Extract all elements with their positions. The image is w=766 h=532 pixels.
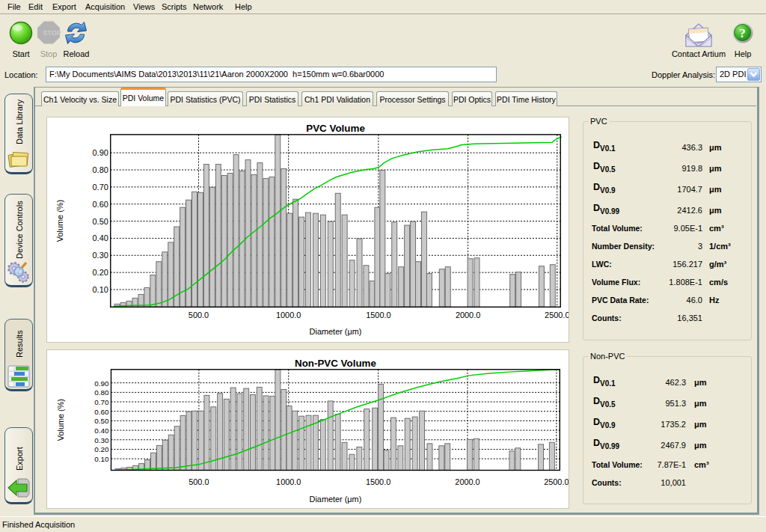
svg-text:0.90: 0.90	[94, 379, 109, 388]
svg-text:1000.0: 1000.0	[276, 311, 301, 319]
svg-text:STOP: STOP	[43, 29, 61, 37]
svg-text:Volume (%): Volume (%)	[56, 399, 65, 441]
svg-text:2000.0: 2000.0	[456, 311, 480, 319]
svg-text:0.40: 0.40	[93, 233, 108, 242]
svg-text:1500.0: 1500.0	[366, 477, 390, 486]
svg-text:Diameter (μm): Diameter (μm)	[310, 495, 362, 504]
svg-text:1000.0: 1000.0	[276, 477, 301, 486]
svg-text:0.50: 0.50	[93, 217, 108, 226]
svg-text:0.30: 0.30	[93, 251, 108, 260]
svg-text:500.0: 500.0	[189, 311, 209, 319]
svg-text:PVC Volume: PVC Volume	[306, 123, 365, 134]
svg-text:0.80: 0.80	[94, 388, 109, 397]
svg-text:0.60: 0.60	[93, 200, 108, 209]
svg-text:0.60: 0.60	[94, 408, 109, 416]
svg-text:0.70: 0.70	[94, 398, 109, 406]
svg-text:2500.0: 2500.0	[544, 477, 569, 486]
svg-text:0.40: 0.40	[94, 426, 109, 435]
svg-text:Volume (%): Volume (%)	[55, 200, 64, 242]
svg-text:0.10: 0.10	[94, 455, 109, 463]
svg-text:0.20: 0.20	[94, 445, 109, 453]
svg-text:0.30: 0.30	[94, 436, 109, 444]
svg-text:2000.0: 2000.0	[455, 477, 479, 486]
svg-text:2500.0: 2500.0	[545, 311, 569, 319]
svg-text:0.70: 0.70	[93, 183, 108, 192]
svg-text:1500.0: 1500.0	[366, 311, 390, 319]
svg-text:0.80: 0.80	[93, 165, 108, 174]
svg-text:0.20: 0.20	[93, 268, 108, 277]
svg-text:500.0: 500.0	[189, 477, 209, 486]
svg-text:?: ?	[739, 26, 746, 40]
svg-text:0.90: 0.90	[93, 148, 108, 157]
svg-text:Non-PVC Volume: Non-PVC Volume	[295, 358, 376, 369]
svg-text:0.50: 0.50	[94, 417, 109, 425]
svg-text:0.10: 0.10	[93, 285, 108, 294]
svg-text:Diameter (μm): Diameter (μm)	[310, 327, 362, 336]
